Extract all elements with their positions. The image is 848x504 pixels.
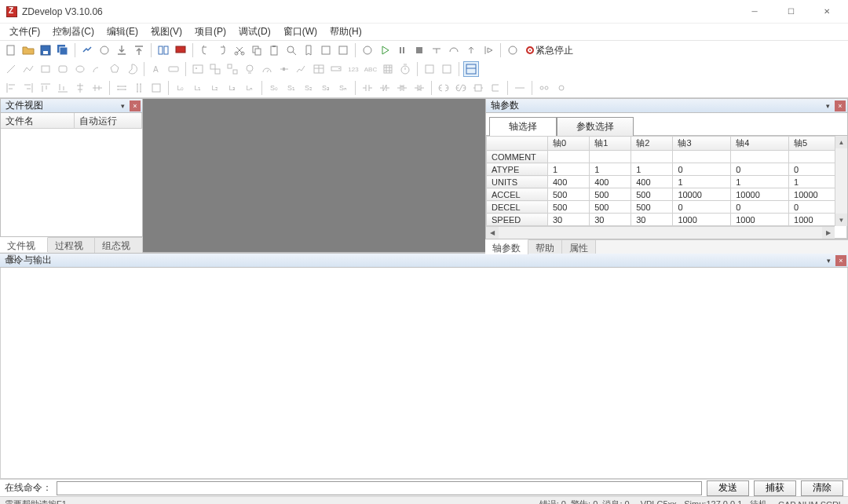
axis-row-header[interactable]: UNITS [487, 176, 548, 188]
file-list-body[interactable] [1, 129, 142, 236]
table-row[interactable]: DECEL500500500000 [487, 201, 847, 214]
lamp-tool-icon[interactable] [242, 61, 258, 77]
copy-icon[interactable] [249, 42, 265, 58]
align-top-icon[interactable] [38, 80, 53, 96]
scroll-up-icon[interactable]: ▲ [835, 136, 847, 148]
disconnect-icon[interactable] [97, 42, 112, 58]
menu-file[interactable]: 文件(F) [3, 24, 46, 40]
line-tool-icon[interactable] [3, 61, 19, 77]
upload-icon[interactable] [131, 42, 147, 58]
monitor-icon[interactable] [173, 42, 188, 58]
axis-row-header[interactable]: DECEL [487, 201, 548, 214]
output-textarea[interactable] [0, 268, 848, 479]
contact-no-icon[interactable] [360, 80, 375, 96]
menu-debug[interactable]: 调试(D) [232, 24, 277, 40]
axis-cell[interactable]: 1 [631, 163, 673, 176]
panel-close-icon[interactable]: × [835, 255, 846, 266]
align-left-icon[interactable] [3, 80, 19, 96]
axis-row-header[interactable]: ATYPE [487, 163, 548, 176]
table-row[interactable]: ATYPE111000 [487, 163, 847, 176]
axis-cell[interactable]: 500 [590, 188, 631, 201]
axis-col-header[interactable] [487, 137, 548, 151]
coil-neg-icon[interactable] [453, 80, 469, 96]
file-col-name[interactable]: 文件名 [1, 113, 75, 128]
reset-icon[interactable] [505, 42, 521, 58]
image-tool-icon[interactable] [190, 61, 206, 77]
axis-cell[interactable]: 30 [590, 214, 631, 226]
axis-select-tab[interactable]: 轴选择 [489, 117, 557, 136]
comment-icon[interactable] [536, 80, 552, 96]
axis-row-header[interactable]: ACCEL [487, 188, 548, 201]
tab-file-view[interactable]: 文件视图 [0, 237, 48, 252]
trend-tool-icon[interactable] [294, 61, 309, 77]
axis-cell[interactable]: 500 [631, 201, 673, 214]
axis-cell[interactable]: 500 [548, 188, 590, 201]
table-row[interactable]: SPEED303030100010001000 [487, 214, 847, 226]
ungroup-tool-icon[interactable] [225, 61, 240, 77]
axis-cell[interactable]: 500 [631, 188, 673, 201]
panel-close-icon[interactable]: × [835, 100, 846, 111]
polyline-tool-icon[interactable] [20, 61, 36, 77]
ellipse-tool-icon[interactable] [72, 61, 88, 77]
branch-icon[interactable] [488, 80, 503, 96]
axis-cell[interactable]: 400 [631, 176, 673, 188]
pie-tool-icon[interactable] [124, 61, 140, 77]
misc-tool-2-icon[interactable] [439, 61, 455, 77]
axis-cell[interactable] [731, 151, 789, 163]
ladder-Sn-icon[interactable]: Sₙ [335, 80, 351, 96]
ladder-S3-icon[interactable]: S₃ [318, 80, 334, 96]
run-icon[interactable] [377, 42, 393, 58]
ladder-S0-icon[interactable]: S₀ [266, 80, 282, 96]
scroll-down-icon[interactable]: ▼ [835, 214, 847, 226]
axis-cell[interactable]: 1 [548, 163, 590, 176]
arc-tool-icon[interactable] [90, 61, 105, 77]
axis-cell[interactable]: 1000 [673, 214, 731, 226]
cut-icon[interactable] [232, 42, 247, 58]
axis-cell[interactable] [548, 151, 590, 163]
compare-icon[interactable] [155, 42, 171, 58]
axis-cell[interactable]: 400 [548, 176, 590, 188]
table-row[interactable]: COMMENT [487, 151, 847, 163]
menu-edit[interactable]: 编辑(E) [101, 24, 144, 40]
coil-icon[interactable] [436, 80, 451, 96]
ladder-L1-icon[interactable]: L₁ [190, 80, 206, 96]
maximize-button[interactable]: ☐ [773, 0, 809, 24]
axis-col-header[interactable]: 轴4 [731, 137, 789, 151]
connect-icon[interactable] [79, 42, 95, 58]
axis-cell[interactable]: 500 [590, 201, 631, 214]
paste-icon[interactable] [266, 42, 282, 58]
misc-tool-1-icon[interactable] [422, 61, 437, 77]
axis-cell[interactable]: 1000 [731, 214, 789, 226]
axis-cell[interactable]: 1 [590, 163, 631, 176]
roundrect-tool-icon[interactable] [55, 61, 71, 77]
label-icon[interactable] [554, 80, 569, 96]
step-over-icon[interactable] [446, 42, 462, 58]
contact-n-icon[interactable] [411, 80, 427, 96]
timer-tool-icon[interactable] [397, 61, 413, 77]
combo-tool-icon[interactable] [328, 61, 344, 77]
step-into-icon[interactable] [429, 42, 444, 58]
save-all-icon[interactable] [55, 42, 71, 58]
new-file-icon[interactable] [3, 42, 19, 58]
tab-process-view[interactable]: 过程视图 [48, 238, 96, 253]
tab-axis-params[interactable]: 轴参数 [485, 239, 528, 254]
param-select-tab[interactable]: 参数选择 [557, 117, 634, 136]
slider-tool-icon[interactable] [276, 61, 292, 77]
number-tool-icon[interactable]: 123 [345, 61, 361, 77]
bookmark-next-icon[interactable] [318, 42, 334, 58]
open-folder-icon[interactable] [20, 42, 36, 58]
minimize-button[interactable]: ─ [737, 0, 773, 24]
horizontal-scrollbar[interactable]: ◀ ▶ [486, 226, 835, 239]
emergency-stop-button[interactable]: 紧急停止 [522, 42, 577, 58]
string-tool-icon[interactable]: ABC [363, 61, 378, 77]
keypad-tool-icon[interactable] [380, 61, 396, 77]
hline-icon[interactable] [512, 80, 528, 96]
menu-view[interactable]: 视图(V) [144, 24, 188, 40]
menu-help[interactable]: 帮助(H) [323, 24, 368, 40]
same-height-icon[interactable] [131, 80, 147, 96]
axis-col-header[interactable]: 轴3 [673, 137, 731, 151]
stop-run-icon[interactable] [411, 42, 427, 58]
save-icon[interactable] [38, 42, 53, 58]
table-tool-icon[interactable] [311, 61, 327, 77]
command-input[interactable] [57, 481, 702, 495]
